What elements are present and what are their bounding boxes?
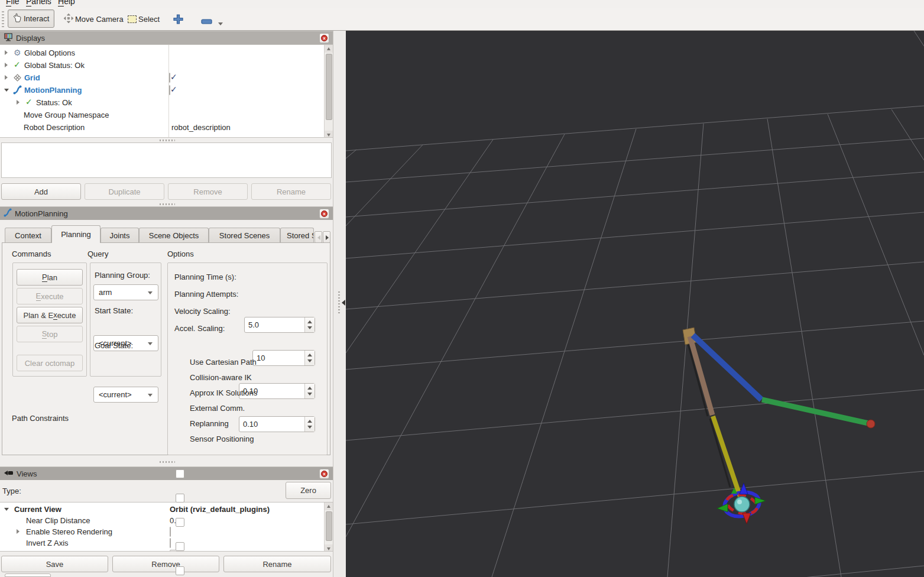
menu-panels[interactable]: Panels — [26, 0, 51, 6]
display-description-box — [1, 142, 332, 178]
move-camera-label: Move Camera — [75, 15, 124, 24]
tree-row-status-ok[interactable]: ✓ Status: Ok — [0, 96, 324, 109]
tab-joints[interactable]: Joints — [100, 228, 139, 243]
goal-state-dropdown[interactable]: <current> — [93, 387, 158, 403]
tool-options-caret-icon[interactable] — [218, 22, 223, 25]
rename-view-button[interactable]: Rename — [223, 556, 331, 572]
motionplanning-close-button[interactable]: x — [319, 209, 329, 219]
tree-value[interactable]: robot_description — [171, 123, 231, 132]
planning-attempts-spinbox[interactable]: 10 — [252, 350, 315, 366]
rename-display-button[interactable]: Rename — [251, 183, 331, 200]
grid-enabled-checkbox[interactable] — [169, 73, 170, 83]
replanning-checkbox[interactable] — [176, 566, 184, 575]
splitter-grip[interactable] — [160, 203, 175, 205]
tree-row-global-options[interactable]: ⚙ Global Options — [0, 47, 324, 59]
tree-row-move-group-namespace[interactable]: Move Group Namespace — [0, 109, 324, 121]
tree-row-grid[interactable]: Grid — [0, 72, 324, 84]
tree-row-near-clip-distance[interactable]: Near Clip Distance 0.01 — [0, 515, 324, 526]
approx-ik-solutions-checkbox[interactable] — [176, 518, 184, 527]
accel-scaling-spinbox[interactable]: 0.10 — [239, 416, 315, 432]
displays-scrollbar[interactable] — [324, 45, 333, 138]
hand-cursor-icon — [13, 13, 22, 24]
selection-box-icon — [128, 15, 137, 23]
start-state-label: Start State: — [95, 306, 133, 315]
expander-icon[interactable] — [4, 89, 9, 92]
menu-file[interactable]: File — [6, 0, 20, 6]
tree-row-robot-description[interactable]: Robot Description robot_description — [0, 121, 324, 134]
scroll-thumb[interactable] — [326, 54, 332, 120]
motionplanning-panel-header[interactable]: MotionPlanning x — [0, 206, 333, 220]
remove-display-button[interactable]: Remove — [168, 183, 248, 200]
splitter-grip[interactable] — [160, 140, 175, 141]
accel-scaling-label: Accel. Scaling: — [174, 324, 225, 333]
expander-icon[interactable] — [4, 508, 9, 511]
menu-help[interactable]: Help — [58, 0, 75, 6]
duplicate-display-button[interactable]: Duplicate — [85, 183, 164, 200]
execute-button[interactable]: Execute — [17, 288, 83, 304]
displays-monitor-icon — [4, 33, 13, 43]
interact-tool-button[interactable]: Interact — [8, 9, 54, 28]
motionplanning-enabled-checkbox[interactable] — [169, 85, 170, 95]
invert-z-checkbox[interactable] — [170, 538, 171, 548]
marker-center-sphere[interactable] — [734, 497, 750, 512]
remove-view-button[interactable]: Remove — [112, 556, 219, 572]
views-panel-header[interactable]: Views x — [0, 466, 333, 480]
displays-close-button[interactable]: x — [319, 33, 329, 43]
use-cartesian-path-label: Use Cartesian Path — [190, 358, 257, 367]
tree-row-current-view[interactable]: Current View Orbit (rviz_default_plugins… — [0, 504, 324, 515]
collision-aware-ik-label: Collision-aware IK — [190, 373, 252, 382]
save-view-button[interactable]: Save — [1, 556, 108, 572]
3d-viewport[interactable] — [346, 31, 924, 577]
displays-tree: ⚙ Global Options ✓ Global Status: Ok Gri… — [0, 44, 333, 138]
add-tool-plus-button[interactable] — [173, 14, 183, 26]
displays-panel-header[interactable]: Displays x — [0, 31, 333, 44]
planning-time-spinbox[interactable]: 5.0 — [244, 317, 315, 333]
tree-row-planning-scene-topic[interactable]: Planning Scene Topic monitored_planning_… — [0, 134, 324, 138]
tab-planning[interactable]: Planning — [51, 225, 100, 243]
tab-stored-scenes[interactable]: Stored Scenes — [209, 228, 280, 243]
tree-label: Robot Description — [24, 123, 85, 132]
scroll-down-button[interactable] — [325, 131, 333, 138]
tab-scroll-right-button[interactable] — [323, 231, 330, 243]
tree-row-invert-z-axis[interactable]: Invert Z Axis — [0, 537, 324, 549]
expander-icon[interactable] — [17, 100, 20, 105]
views-scrollbar[interactable] — [324, 503, 333, 552]
scroll-up-button[interactable] — [325, 45, 333, 53]
menu-bar: File Panels Help — [0, 0, 924, 8]
toolbar-grip[interactable] — [2, 11, 4, 27]
tab-scene-objects[interactable]: Scene Objects — [139, 228, 209, 243]
tab-context[interactable]: Context — [5, 228, 51, 243]
select-tool-button[interactable]: Select — [128, 12, 160, 26]
scroll-thumb[interactable] — [326, 511, 332, 541]
planning-group-dropdown[interactable]: arm — [93, 284, 158, 300]
tree-row-enable-stereo-rendering[interactable]: Enable Stereo Rendering — [0, 526, 324, 537]
enable-stereo-checkbox[interactable] — [170, 527, 171, 537]
zero-button[interactable]: Zero — [286, 482, 331, 499]
tab-stored-states[interactable]: Stored States — [280, 228, 314, 243]
collapse-panel-arrow-icon[interactable] — [342, 300, 345, 306]
expander-icon[interactable] — [5, 50, 8, 55]
use-cartesian-path-checkbox[interactable] — [176, 469, 184, 478]
select-label: Select — [138, 15, 160, 24]
splitter-grip[interactable] — [160, 461, 175, 463]
scroll-down-button[interactable] — [325, 544, 333, 552]
tree-row-global-status[interactable]: ✓ Global Status: Ok — [0, 59, 324, 72]
clear-octomap-button[interactable]: Clear octomap — [17, 355, 83, 371]
views-close-button[interactable]: x — [319, 469, 329, 479]
move-camera-tool-button[interactable]: Move Camera — [64, 12, 124, 26]
collision-aware-ik-checkbox[interactable] — [176, 494, 184, 503]
remove-tool-minus-button[interactable] — [201, 17, 212, 26]
add-display-button[interactable]: Add — [1, 183, 81, 200]
tree-value[interactable]: monitored_planning_scene — [171, 135, 264, 138]
external-comm-checkbox[interactable] — [176, 542, 184, 551]
expander-icon[interactable] — [17, 529, 20, 534]
plan-button[interactable]: Plan — [17, 269, 83, 286]
expander-icon[interactable] — [5, 75, 8, 80]
expander-icon[interactable] — [5, 63, 8, 67]
stop-button[interactable]: Stop — [17, 326, 83, 342]
tree-row-motionplanning[interactable]: MotionPlanning — [0, 84, 324, 96]
scroll-up-button[interactable] — [325, 503, 333, 510]
plan-and-execute-button[interactable]: Plan & Execute — [17, 307, 83, 323]
panel-splitter-handle[interactable] — [338, 291, 340, 315]
tab-scroll-left-button[interactable] — [315, 231, 322, 243]
